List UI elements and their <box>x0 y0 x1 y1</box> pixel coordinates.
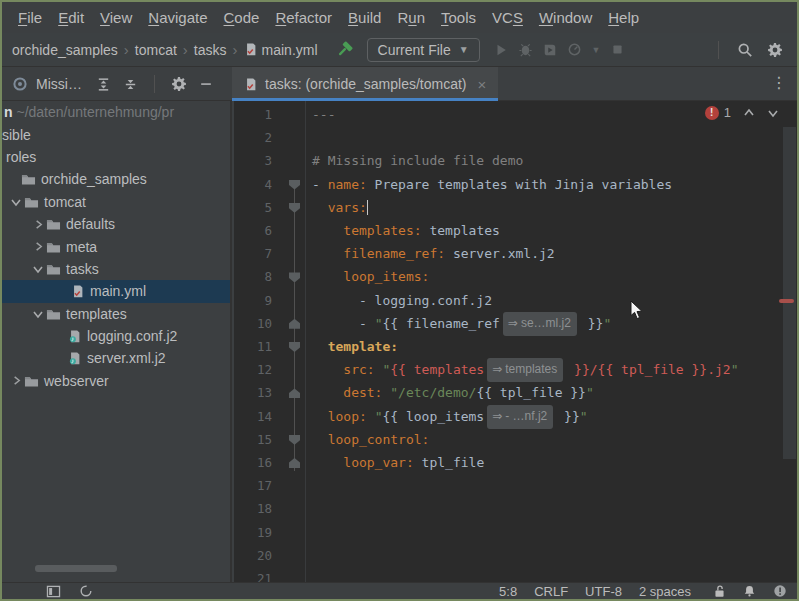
tree-item-webserver[interactable]: webserver <box>2 370 230 392</box>
run-config-selector[interactable]: Current File ▼ <box>367 38 480 62</box>
settings-gear-icon[interactable] <box>767 42 783 58</box>
menu-build[interactable]: Build <box>340 6 389 29</box>
code-text: dest: "/etc/demo/{{ tpl_file }}" <box>312 381 594 404</box>
collapse-all-icon[interactable] <box>123 77 138 92</box>
profiler-dropdown-icon[interactable]: ▼ <box>592 45 601 55</box>
code-editor[interactable]: ! 1 1---23# Missing include file demo4- … <box>234 101 797 582</box>
menu-file[interactable]: File <box>10 6 50 29</box>
fold-marker-down-icon[interactable] <box>289 342 300 352</box>
tree-chevron-down-icon[interactable] <box>8 196 24 208</box>
editor-line-19[interactable]: 19 <box>234 521 797 544</box>
editor-line-16[interactable]: 16 loop_var: tpl_file <box>234 451 797 474</box>
fold-marker-down-icon[interactable] <box>289 180 300 190</box>
editor-line-4[interactable]: 4- name: Prepare templates with Jinja va… <box>234 173 797 196</box>
editor-line-17[interactable]: 17 <box>234 474 797 497</box>
status-utf-8[interactable]: UTF-8 <box>585 584 622 599</box>
run-button[interactable] <box>494 43 508 57</box>
tree-chevron-right-icon[interactable] <box>8 375 24 386</box>
inline-hint-chip[interactable]: ⇒- …nf.j2 <box>487 405 553 429</box>
toolwindow-toggle-icon[interactable] <box>46 585 61 598</box>
editor-line-6[interactable]: 6 templates: templates <box>234 219 797 242</box>
editor-line-11[interactable]: 11 template: <box>234 335 797 358</box>
tree-item-defaults[interactable]: defaults <box>2 213 230 235</box>
editor-line-3[interactable]: 3# Missing include file demo <box>234 149 797 172</box>
breadcrumb-orchide_samples[interactable]: orchide_samples <box>10 40 120 60</box>
notifications-bell-icon[interactable] <box>743 584 756 598</box>
editor-line-12[interactable]: 12 src: "{{ templates⇒templates }}/{{ tp… <box>234 358 797 381</box>
editor-line-8[interactable]: 8 loop_items: <box>234 265 797 288</box>
menu-edit[interactable]: Edit <box>50 6 92 29</box>
hide-pane-icon[interactable] <box>199 77 213 91</box>
menu-navigate[interactable]: Navigate <box>140 6 215 29</box>
status-2-spaces[interactable]: 2 spaces <box>639 584 691 599</box>
fold-marker-down-icon[interactable] <box>289 435 300 445</box>
menu-view[interactable]: View <box>92 6 140 29</box>
stop-button[interactable] <box>611 43 624 56</box>
editor-line-10[interactable]: 10 - "{{ filename_ref⇒se…ml.j2 }}" <box>234 312 797 335</box>
editor-line-1[interactable]: 1--- <box>234 103 797 126</box>
tab-tasks-main-yml[interactable]: tasks: (orchide_samples/tomcat) × <box>232 67 498 101</box>
editor-line-21[interactable]: 21 <box>234 567 797 582</box>
fold-marker-up-icon[interactable] <box>289 319 300 329</box>
menu-help[interactable]: Help <box>600 6 647 29</box>
status-error-icon[interactable] <box>773 584 787 598</box>
unlock-icon[interactable] <box>713 584 726 598</box>
tree-chevron-right-icon[interactable] <box>30 219 46 230</box>
breadcrumb-tasks[interactable]: tasks <box>192 40 229 60</box>
menu-tools[interactable]: Tools <box>433 6 484 29</box>
breadcrumb-main-yml[interactable]: main.yml <box>242 40 320 60</box>
inline-hint-chip[interactable]: ⇒se…ml.j2 <box>503 312 577 336</box>
tree-item-server-xml-j2[interactable]: server.xml.j2 <box>2 347 230 369</box>
coverage-button[interactable] <box>543 43 557 57</box>
project-tree: n ~/daten/unternehmung/prsiblerolesorchi… <box>2 101 232 582</box>
fold-marker-up-icon[interactable] <box>289 388 300 398</box>
editor-line-9[interactable]: 9 - logging.conf.j2 <box>234 289 797 312</box>
profiler-button[interactable] <box>567 42 582 57</box>
editor-line-14[interactable]: 14 loop: "{{ loop_items⇒- …nf.j2 }}" <box>234 405 797 428</box>
tree-item-tasks[interactable]: tasks <box>2 258 230 280</box>
tree-chevron-down-icon[interactable] <box>30 308 46 320</box>
editor-line-18[interactable]: 18 <box>234 497 797 520</box>
editor-line-13[interactable]: 13 dest: "/etc/demo/{{ tpl_file }}" <box>234 381 797 404</box>
pane-settings-gear-icon[interactable] <box>171 76 187 92</box>
tree-item-orchide_samples[interactable]: orchide_samples <box>2 168 230 190</box>
editor-line-20[interactable]: 20 <box>234 544 797 567</box>
editor-line-7[interactable]: 7 filename_ref: server.xml.j2 <box>234 242 797 265</box>
tree-item-roles[interactable]: roles <box>2 146 230 168</box>
menu-code[interactable]: Code <box>216 6 268 29</box>
fold-marker-down-icon[interactable] <box>289 272 300 282</box>
debug-button[interactable] <box>518 42 533 57</box>
editor-line-15[interactable]: 15 loop_control: <box>234 428 797 451</box>
expand-all-icon[interactable] <box>96 77 111 92</box>
editor-line-5[interactable]: 5 vars: <box>234 196 797 219</box>
code-text: filename_ref: server.xml.j2 <box>312 242 555 265</box>
line-number: 3 <box>234 149 272 172</box>
tree-item-meta[interactable]: meta <box>2 235 230 257</box>
background-tasks-icon[interactable] <box>79 584 93 598</box>
tab-options-ellipsis-icon[interactable]: ⋮ <box>761 67 797 101</box>
tree-chevron-right-icon[interactable] <box>30 241 46 252</box>
inline-hint-chip[interactable]: ⇒templates <box>487 358 563 382</box>
menu-refactor[interactable]: Refactor <box>267 6 340 29</box>
tree-chevron-down-icon[interactable] <box>30 263 46 275</box>
tree-item-logging-conf-j2[interactable]: logging.conf.j2 <box>2 325 230 347</box>
tool-window-target-icon[interactable] <box>12 76 28 92</box>
close-icon[interactable]: × <box>478 76 487 93</box>
tree-item-main-yml[interactable]: main.yml <box>2 280 230 302</box>
status-crlf[interactable]: CRLF <box>534 584 568 599</box>
tree-item--daten-unternehmung-pr[interactable]: n ~/daten/unternehmung/pr <box>2 101 230 123</box>
search-icon[interactable] <box>737 42 753 58</box>
breadcrumb-tomcat[interactable]: tomcat <box>133 40 179 60</box>
fold-marker-up-icon[interactable] <box>289 458 300 468</box>
tree-item-templates[interactable]: templates <box>2 303 230 325</box>
tree-horizontal-scrollbar[interactable] <box>35 565 117 572</box>
status-5-8[interactable]: 5:8 <box>499 584 517 599</box>
build-hammer-icon[interactable] <box>336 41 353 58</box>
editor-line-2[interactable]: 2 <box>234 126 797 149</box>
menu-window[interactable]: Window <box>531 6 600 29</box>
tree-item-sible[interactable]: sible <box>2 123 230 145</box>
fold-marker-down-icon[interactable] <box>289 203 300 213</box>
tree-item-tomcat[interactable]: tomcat <box>2 191 230 213</box>
menu-run[interactable]: Run <box>389 6 433 29</box>
menu-vcs[interactable]: VCS <box>484 6 531 29</box>
